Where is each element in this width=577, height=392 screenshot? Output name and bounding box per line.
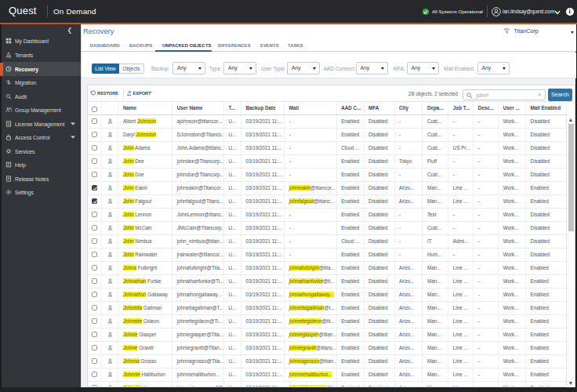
svg-text:S: S (7, 122, 10, 126)
